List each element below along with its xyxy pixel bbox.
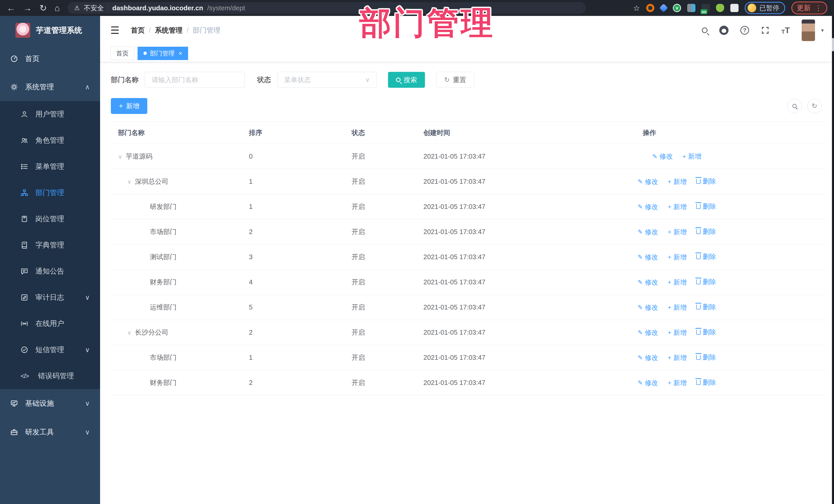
dept-name-input[interactable]: [145, 72, 245, 88]
github-icon[interactable]: [719, 26, 728, 35]
tab-label: 首页: [116, 49, 129, 58]
header-search-icon[interactable]: [702, 27, 707, 33]
refresh-table-button[interactable]: ↻: [807, 99, 822, 113]
help-icon[interactable]: ?: [740, 26, 749, 35]
edit-link[interactable]: ✎修改: [638, 202, 658, 212]
delete-link[interactable]: 删除: [696, 227, 716, 236]
browser-home-icon[interactable]: ⌂: [54, 4, 60, 12]
breadcrumb-system[interactable]: 系统管理: [155, 26, 182, 35]
extension-icon-gem[interactable]: [659, 4, 668, 12]
sidebar-item-post[interactable]: 岗位管理: [0, 206, 100, 232]
extension-icon-v[interactable]: v: [673, 4, 681, 12]
back-icon[interactable]: ←: [7, 4, 15, 12]
sidebar-item-devtools[interactable]: 研发工具 ∨: [0, 418, 100, 446]
edit-link[interactable]: ✎修改: [638, 227, 658, 237]
sidebar-item-online-users[interactable]: 在线用户: [0, 310, 100, 337]
delete-link[interactable]: 删除: [696, 303, 716, 311]
edit-link[interactable]: ✎修改: [638, 353, 658, 363]
sort-cell: 2: [242, 370, 344, 395]
add-child-link[interactable]: +新增: [668, 253, 687, 262]
tab-home[interactable]: 首页: [110, 47, 134, 60]
extension-icon-grid[interactable]: [687, 4, 696, 12]
sidebar-item-sms[interactable]: 短信管理 ∨: [0, 337, 100, 363]
add-child-link[interactable]: +新增: [682, 152, 701, 161]
plus-icon: +: [668, 203, 671, 211]
browser-menu-icon[interactable]: ⋮: [815, 4, 822, 12]
scrollbar-thumb[interactable]: [832, 38, 834, 51]
font-size-icon[interactable]: TT: [782, 26, 790, 35]
sidebar-item-roles[interactable]: 角色管理: [0, 127, 100, 153]
sidebar-item-errcode[interactable]: </> 错误码管理: [0, 363, 100, 389]
edit-link[interactable]: ✎修改: [638, 253, 658, 262]
edit-link[interactable]: ✎修改: [638, 177, 658, 186]
close-icon[interactable]: ×: [179, 50, 182, 57]
created-cell: 2021-01-05 17:03:47: [416, 370, 604, 395]
tree-caret-icon[interactable]: ∨: [127, 179, 131, 185]
edit-link[interactable]: ✎修改: [638, 378, 658, 388]
sidebar: 芋道管理系统 首页 系统管理 ∧ 用户管理 角色管理 菜单管理: [0, 16, 100, 504]
status-cell: 开启: [344, 194, 416, 219]
edit-link[interactable]: ✎修改: [638, 303, 658, 312]
sidebar-item-label: 部门管理: [36, 188, 64, 198]
toggle-search-button[interactable]: [787, 99, 802, 113]
delete-link[interactable]: 删除: [696, 278, 716, 286]
tree-caret-icon[interactable]: ∨: [118, 153, 122, 160]
add-child-link[interactable]: +新增: [668, 227, 687, 237]
extension-icon-android[interactable]: [716, 4, 724, 12]
edit-icon: ✎: [638, 178, 643, 185]
add-child-link[interactable]: +新增: [668, 328, 687, 337]
breadcrumb-home[interactable]: 首页: [131, 26, 145, 35]
add-child-link[interactable]: +新增: [668, 303, 687, 312]
sidebar-item-dept[interactable]: 部门管理: [0, 180, 100, 206]
sidebar-item-home[interactable]: 首页: [0, 45, 100, 73]
sidebar-item-audit-log[interactable]: 审计日志 ∨: [0, 284, 100, 310]
user-avatar[interactable]: [802, 20, 815, 41]
add-child-link[interactable]: +新增: [668, 278, 687, 287]
add-button[interactable]: + 新增: [111, 98, 147, 114]
update-button[interactable]: 更新 ⋮: [791, 2, 827, 14]
trash-icon: [696, 204, 701, 209]
profile-paused-chip[interactable]: 已暂停: [745, 2, 785, 14]
delete-link[interactable]: 删除: [696, 202, 716, 211]
add-child-link[interactable]: +新增: [668, 353, 687, 363]
tree-caret-icon[interactable]: ∨: [127, 329, 131, 336]
sidebar-toggle-icon[interactable]: ☰: [110, 24, 119, 36]
status-select[interactable]: 菜单状态 ∨: [277, 72, 377, 88]
add-child-link[interactable]: +新增: [668, 202, 687, 212]
bookmark-star-icon[interactable]: ☆: [633, 4, 640, 13]
app-logo[interactable]: 芋道管理系统: [0, 16, 100, 45]
sidebar-item-system[interactable]: 系统管理 ∧: [0, 73, 100, 101]
extensions-puzzle-icon[interactable]: [730, 4, 739, 12]
avatar-caret-icon[interactable]: ▾: [821, 27, 824, 34]
delete-link[interactable]: 删除: [696, 328, 716, 337]
delete-link[interactable]: 删除: [696, 378, 716, 387]
address-bar[interactable]: ⚠ 不安全 dashboard.yudao.iocoder.cn/system/…: [67, 2, 586, 14]
trash-icon: [696, 380, 701, 385]
paused-label: 已暂停: [759, 4, 780, 13]
delete-link[interactable]: 删除: [696, 177, 716, 186]
extension-icon-switch[interactable]: on: [702, 4, 710, 12]
reset-button[interactable]: ↻ 重置: [436, 72, 474, 88]
sidebar-item-label: 菜单管理: [36, 162, 64, 171]
search-button[interactable]: 搜索: [388, 72, 425, 88]
edit-link[interactable]: ✎修改: [638, 328, 658, 337]
security-label[interactable]: 不安全: [84, 4, 104, 13]
edit-link[interactable]: ✎修改: [652, 152, 673, 161]
add-child-link[interactable]: +新增: [668, 177, 687, 186]
delete-link[interactable]: 删除: [696, 353, 716, 362]
sidebar-item-infra[interactable]: 基础设施 ∨: [0, 389, 100, 418]
fullscreen-icon[interactable]: [761, 26, 770, 35]
add-child-link[interactable]: +新增: [668, 378, 687, 388]
reload-icon[interactable]: ↻: [40, 4, 47, 12]
page-scrollbar[interactable]: [832, 16, 834, 504]
sidebar-item-users[interactable]: 用户管理: [0, 101, 100, 127]
forward-icon[interactable]: →: [23, 4, 32, 12]
created-cell: 2021-01-05 17:03:47: [416, 270, 604, 295]
sidebar-item-menus[interactable]: 菜单管理: [0, 153, 100, 180]
tab-dept-active[interactable]: 部门管理 ×: [137, 47, 188, 60]
sidebar-item-notice[interactable]: 通知公告: [0, 258, 100, 284]
extension-icon-orange[interactable]: [646, 4, 654, 12]
delete-link[interactable]: 删除: [696, 252, 716, 261]
edit-link[interactable]: ✎修改: [638, 278, 658, 287]
sidebar-item-dict[interactable]: 字典管理: [0, 232, 100, 258]
